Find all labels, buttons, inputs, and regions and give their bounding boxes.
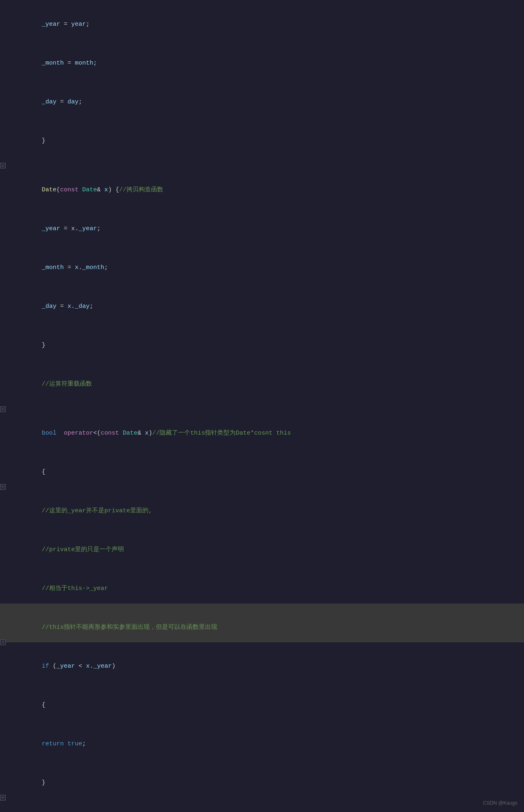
code-content: Date(const Date& x) {//拷贝构造函数 (16, 166, 524, 204)
code-line: } (0, 759, 524, 798)
code-content: //运算符重载函数 (16, 360, 524, 399)
watermark: CSDN @Kaugo (483, 799, 517, 807)
code-line: //相当于this->_year (0, 565, 524, 603)
code-line: _month = x._month; (0, 243, 524, 282)
code-content: return true; (16, 720, 524, 759)
code-content: _day = day; (16, 78, 524, 117)
code-line: return true; (0, 720, 524, 759)
fold-icon[interactable]: - (0, 484, 6, 490)
code-line: } (0, 117, 524, 155)
code-line: - bool operator<(const Date& x)//隐藏了一个th… (0, 409, 524, 448)
code-content: } (16, 321, 524, 360)
code-content: } (16, 759, 524, 798)
code-line: _year = year; (0, 0, 524, 39)
code-line: - Date(const Date& x) {//拷贝构造函数 (0, 166, 524, 204)
code-line (0, 155, 524, 166)
code-content: _day = x._day; (16, 282, 524, 321)
code-line: _year = x._year; (0, 204, 524, 243)
code-line: { (0, 448, 524, 487)
code-content: _month = month; (16, 39, 524, 78)
code-content: { (16, 448, 524, 487)
code-line: } (0, 321, 524, 360)
code-editor: _year = year; _month = month; _day = day… (0, 0, 524, 812)
code-line: { (0, 681, 524, 720)
code-content: _month = x._month; (16, 243, 524, 282)
fold-icon[interactable]: - (0, 795, 6, 801)
code-line: - if (_year < x._year) (0, 642, 524, 681)
code-content: _year = year; (16, 0, 524, 39)
code-line: //运算符重载函数 (0, 360, 524, 399)
code-line: _day = day; (0, 78, 524, 117)
code-content: if (_year < x._year) (16, 642, 524, 681)
code-content (16, 155, 524, 166)
code-line: //private里的只是一个声明 (0, 526, 524, 565)
code-content: } (16, 117, 524, 155)
code-line: _day = x._day; (0, 282, 524, 321)
code-content: //这里的_year并不是private里面的, (16, 487, 524, 526)
code-content: bool operator<(const Date& x)//隐藏了一个this… (16, 409, 524, 448)
code-content: _year = x._year; (16, 204, 524, 243)
fold-icon[interactable]: - (0, 406, 6, 412)
code-line: - else if (_year == x._year && _month < … (0, 798, 524, 812)
code-content: //this指针不能再形参和实参里面出现，但是可以在函数里出现 (16, 603, 524, 642)
code-content: //相当于this->_year (16, 565, 524, 603)
code-line (0, 399, 524, 409)
fold-icon[interactable]: - (0, 639, 6, 645)
code-line: _month = month; (0, 39, 524, 78)
code-content: else if (_year == x._year && _month < x.… (16, 798, 524, 812)
code-content (16, 399, 524, 409)
code-content: //private里的只是一个声明 (16, 526, 524, 565)
fold-icon[interactable]: - (0, 163, 6, 168)
code-content: { (16, 681, 524, 720)
code-line: //this指针不能再形参和实参里面出现，但是可以在函数里出现 (0, 603, 524, 642)
code-line: - //这里的_year并不是private里面的, (0, 487, 524, 526)
